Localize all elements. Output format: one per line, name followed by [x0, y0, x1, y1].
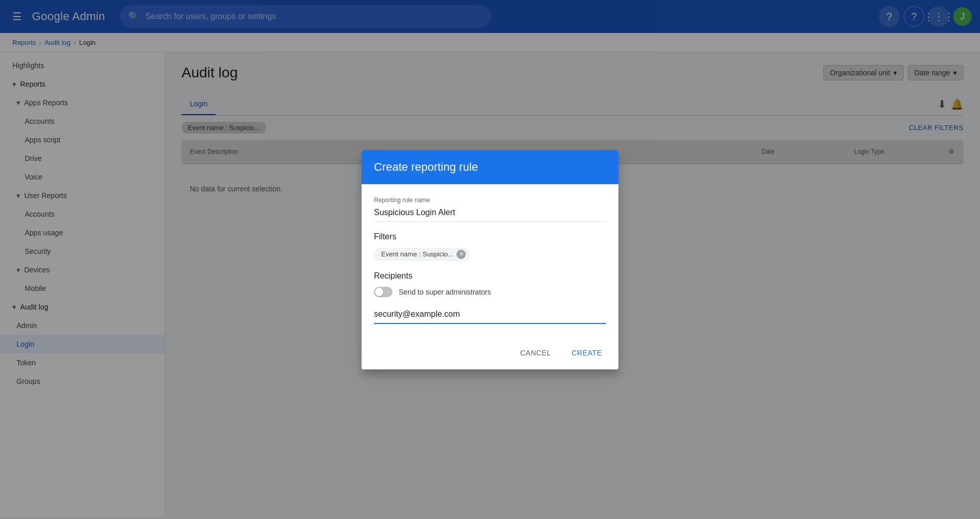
email-input-container [374, 307, 606, 324]
email-input[interactable] [374, 307, 606, 324]
rule-name-label: Reporting rule name [374, 197, 606, 204]
modal-overlay: Create reporting rule Reporting rule nam… [0, 0, 980, 519]
dialog-header: Create reporting rule [362, 150, 618, 184]
toggle-label: Send to super administrators [399, 288, 491, 296]
super-admin-toggle[interactable] [374, 287, 393, 297]
create-reporting-rule-dialog: Create reporting rule Reporting rule nam… [362, 150, 618, 369]
rule-name-input[interactable] [374, 206, 606, 222]
filter-tag-close-button[interactable]: ✕ [456, 250, 466, 259]
filters-section-title: Filters [374, 232, 606, 241]
dialog-title: Create reporting rule [374, 160, 606, 174]
create-button[interactable]: CREATE [563, 345, 610, 361]
filter-tag: Event name : Suspicio... ✕ [374, 248, 470, 261]
recipients-section-title: Recipients [374, 271, 606, 281]
toggle-knob [375, 288, 383, 296]
cancel-button[interactable]: CANCEL [512, 345, 559, 361]
dialog-actions: CANCEL CREATE [362, 340, 618, 369]
super-admin-toggle-row: Send to super administrators [374, 287, 606, 297]
dialog-body: Reporting rule name Filters Event name :… [362, 184, 618, 340]
